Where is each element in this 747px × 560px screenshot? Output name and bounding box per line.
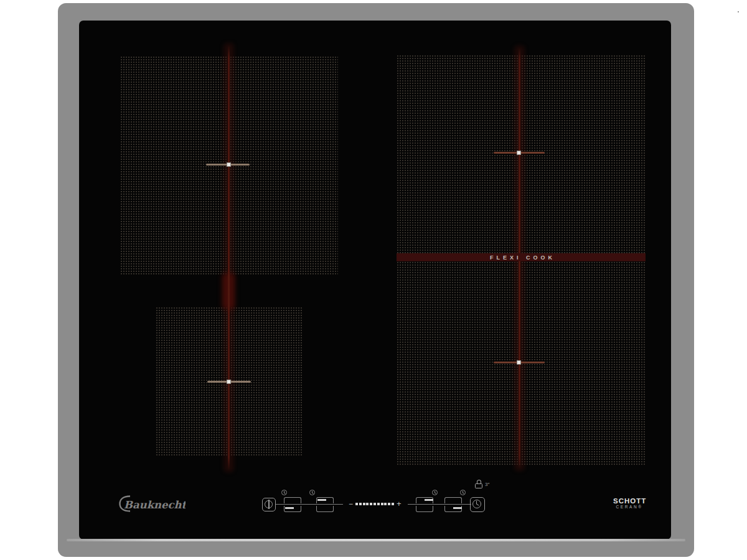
- slider-minus[interactable]: −: [349, 501, 353, 507]
- zone-center-marker-dot: [517, 360, 521, 365]
- slider-dot[interactable]: [355, 503, 358, 505]
- slider-dot[interactable]: [363, 503, 365, 505]
- product-photo: FLEXI COOK: [0, 0, 747, 560]
- glass-brand-line1: SCHOTT: [613, 497, 644, 505]
- active-zone-bar: [317, 499, 326, 501]
- pot-bracket-up: [444, 497, 462, 503]
- mini-clock-icon: [432, 490, 438, 495]
- active-zone-bar: [285, 507, 294, 509]
- power-button[interactable]: [262, 498, 276, 511]
- slider-dot[interactable]: [374, 503, 376, 505]
- mini-clock-icon: [460, 490, 466, 495]
- key-lock-button[interactable]: 3″: [475, 480, 500, 492]
- slider-dot[interactable]: [377, 503, 380, 505]
- glass-edge-highlight: [67, 539, 685, 541]
- zone-center-marker-dot: [517, 151, 521, 155]
- slider-plus[interactable]: +: [397, 501, 402, 507]
- zone-selector-left-front[interactable]: [308, 495, 343, 514]
- cooktop-glass: FLEXI COOK: [79, 21, 671, 539]
- brand-logo-text: Bauknecht: [124, 499, 186, 511]
- clock-icon: [472, 500, 481, 508]
- mini-clock-icon: [281, 490, 287, 495]
- zone-center-marker-dot: [227, 380, 231, 384]
- guide-line-left: [228, 45, 230, 470]
- zone-selector-left-rear[interactable]: [276, 495, 311, 514]
- slider-dot[interactable]: [359, 503, 362, 505]
- glass-brand-line2: CERAN®: [613, 505, 644, 510]
- lock-hold-time: 3″: [485, 482, 489, 487]
- active-zone-bar: [453, 507, 462, 509]
- flexi-cook-band: FLEXI COOK: [397, 253, 646, 261]
- mini-clock-icon: [309, 490, 315, 495]
- padlock-icon-body: [475, 483, 482, 488]
- slider-dot[interactable]: [366, 503, 369, 505]
- glass-brand-label: SCHOTT CERAN®: [613, 497, 644, 510]
- pot-bracket-down: [416, 506, 433, 512]
- power-slider[interactable]: − +: [349, 500, 408, 508]
- zone-center-marker-dot: [227, 162, 231, 167]
- pot-bracket-up: [284, 497, 301, 503]
- flexi-cook-label: FLEXI COOK: [487, 254, 555, 261]
- power-icon-line: [268, 500, 270, 509]
- pot-bracket-down: [316, 506, 334, 512]
- active-zone-bar: [425, 499, 433, 501]
- zone-selector-right-front[interactable]: [436, 495, 471, 514]
- slider-dot[interactable]: [381, 503, 383, 505]
- slider-dot[interactable]: [384, 503, 387, 505]
- cooktop-frame: FLEXI COOK: [58, 3, 694, 557]
- photo-speck: [738, 11, 739, 12]
- timer-button[interactable]: [470, 497, 485, 512]
- slider-dot[interactable]: [370, 503, 372, 505]
- brand-logo: Bauknecht: [117, 494, 186, 514]
- slider-dots[interactable]: [355, 503, 394, 505]
- slider-dot[interactable]: [388, 503, 390, 505]
- slider-dot[interactable]: [392, 503, 394, 505]
